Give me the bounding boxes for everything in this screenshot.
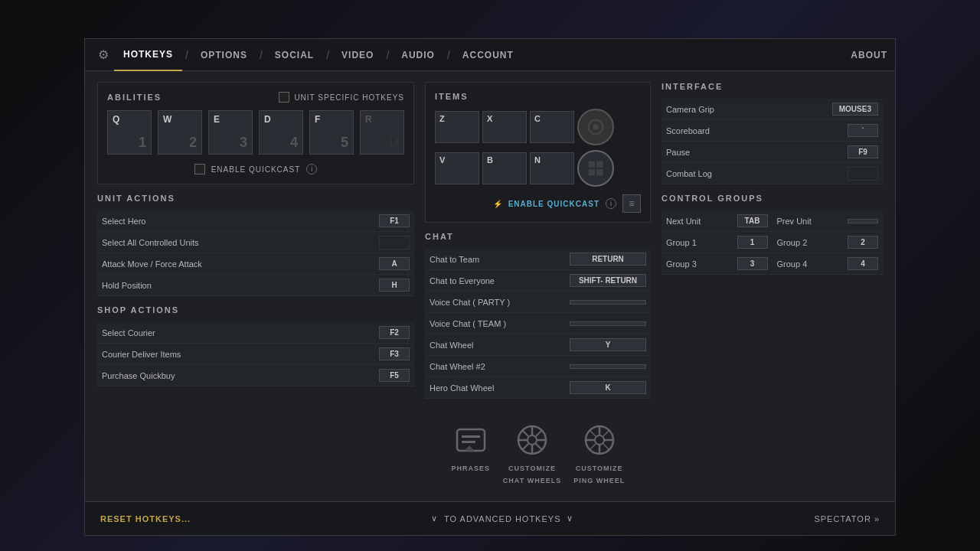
phrases-icon	[451, 420, 491, 460]
item-slot-c[interactable]: C	[530, 111, 574, 143]
cg-key-2[interactable]: 2	[848, 236, 878, 249]
key-backtick[interactable]: `	[848, 124, 878, 137]
spectator-button[interactable]: SPECTATOR »	[814, 514, 880, 523]
action-select-courier[interactable]: Select Courier F2	[97, 322, 414, 344]
interface-label-pause: Pause	[666, 148, 690, 157]
gear-icon[interactable]: ⚙	[93, 44, 114, 66]
key-y[interactable]: Y	[570, 338, 646, 351]
item-slot-x[interactable]: X	[482, 111, 527, 143]
nav-hotkeys[interactable]: HOTKEYS	[114, 39, 182, 71]
action-label-select-hero: Select Hero	[102, 217, 145, 226]
cg-key-1[interactable]: 1	[737, 236, 768, 249]
nav-account[interactable]: ACCOUNT	[453, 39, 523, 71]
key-f1[interactable]: F1	[379, 214, 410, 227]
quickcast-info-icon[interactable]: i	[306, 164, 317, 174]
key-h[interactable]: H	[379, 279, 410, 292]
nav-about[interactable]: ABOUT	[851, 50, 887, 60]
key-voice-party[interactable]	[570, 300, 646, 305]
action-hold-position[interactable]: Hold Position H	[97, 275, 414, 296]
right-column: INTERFACE Camera Grip MOUSE3 Scoreboard …	[662, 82, 883, 491]
chat-row-voice-party[interactable]: Voice Chat ( PARTY )	[425, 292, 651, 313]
item-slot-b[interactable]: B	[482, 152, 527, 184]
chat-row-everyone[interactable]: Chat to Everyone SHIFT- RETURN	[425, 270, 651, 292]
nav-sep-2: /	[256, 49, 266, 61]
action-select-all[interactable]: Select All Controlled Units	[97, 232, 414, 253]
items-settings-btn[interactable]: ≡	[622, 194, 641, 213]
svg-point-21	[595, 435, 604, 445]
cg-label-next: Next Unit	[666, 217, 734, 226]
nav-sep-4: /	[383, 49, 392, 61]
bottom-bar: RESET HOTKEYS... ∨ TO ADVANCED HOTKEYS ∨…	[85, 501, 895, 535]
key-f2[interactable]: F2	[379, 326, 410, 339]
chat-row-wheel[interactable]: Chat Wheel Y	[425, 334, 651, 356]
unit-specific-label: UNIT SPECIFIC HOTKEYS	[294, 93, 404, 102]
svg-rect-8	[462, 441, 475, 443]
cg-key-prev[interactable]	[848, 219, 878, 223]
nav-social[interactable]: SOCIAL	[266, 39, 323, 71]
key-combat-log[interactable]	[848, 167, 878, 181]
item-slot-v[interactable]: V	[435, 152, 479, 184]
interface-scoreboard[interactable]: Scoreboard `	[662, 120, 883, 142]
key-shift-return[interactable]: SHIFT- RETURN	[570, 274, 646, 287]
item-circle-1[interactable]	[577, 109, 614, 145]
key-wheel2[interactable]	[570, 364, 646, 369]
action-attack-move[interactable]: Attack Move / Force Attack A	[97, 253, 414, 275]
unit-actions-title: UNIT ACTIONS	[97, 194, 414, 203]
interface-camera-grip[interactable]: Camera Grip MOUSE3	[662, 99, 883, 120]
advanced-arrow-right: ∨	[567, 514, 573, 523]
svg-line-28	[603, 430, 609, 436]
item-circle-2[interactable]	[577, 150, 614, 187]
cg-key-3[interactable]: 3	[737, 257, 768, 270]
items-title: ITEMS	[435, 92, 641, 101]
key-num-u: U	[389, 135, 399, 151]
ability-key-e[interactable]: E 3	[208, 110, 253, 155]
cg-key-tab[interactable]: TAB	[737, 214, 768, 227]
action-select-hero[interactable]: Select Hero F1	[97, 210, 414, 232]
ability-key-f[interactable]: F 5	[309, 110, 354, 155]
slot-key-x: X	[487, 114, 492, 123]
key-return[interactable]: RETURN	[570, 253, 646, 266]
action-quickbuy[interactable]: Purchase Quickbuy F5	[97, 365, 414, 386]
quickcast-checkbox[interactable]	[194, 164, 205, 174]
nav-audio[interactable]: AUDIO	[392, 39, 444, 71]
chat-row-team[interactable]: Chat to Team RETURN	[425, 249, 651, 270]
key-voice-team[interactable]	[570, 321, 646, 326]
nav-video[interactable]: VIDEO	[332, 39, 383, 71]
key-f5[interactable]: F5	[379, 369, 410, 382]
svg-rect-4	[589, 169, 595, 175]
key-a[interactable]: A	[379, 257, 410, 270]
chat-row-voice-team[interactable]: Voice Chat ( TEAM )	[425, 313, 651, 334]
slot-key-v: V	[439, 155, 445, 165]
ability-key-q[interactable]: Q 1	[107, 110, 152, 155]
interface-pause[interactable]: Pause F9	[662, 142, 883, 163]
customize-chat-wheels-button[interactable]: CUSTOMIZE CHAT WHEELS	[503, 420, 561, 484]
chat-label-everyone: Chat to Everyone	[430, 276, 495, 285]
action-label-select-all: Select All Controlled Units	[102, 238, 199, 247]
chat-row-wheel2[interactable]: Chat Wheel #2	[425, 356, 651, 377]
cg-label-prev: Prev Unit	[777, 217, 845, 226]
ability-key-w[interactable]: W 2	[158, 110, 202, 155]
item-slot-z[interactable]: Z	[435, 111, 479, 143]
items-quickcast-info[interactable]: i	[606, 198, 616, 209]
cg-row-next-prev: Next Unit TAB Prev Unit	[662, 210, 883, 232]
nav-options[interactable]: OPTIONS	[191, 39, 256, 71]
key-f9[interactable]: F9	[848, 145, 878, 158]
advanced-hotkeys-button[interactable]: ∨ TO ADVANCED HOTKEYS ∨	[431, 514, 573, 523]
ability-key-r[interactable]: R U	[360, 110, 404, 155]
key-f3[interactable]: F3	[379, 347, 410, 360]
customize-ping-wheel-button[interactable]: CUSTOMIZE PING WHEEL	[573, 420, 625, 484]
unit-specific-checkbox[interactable]	[279, 92, 289, 103]
key-letter-e: E	[214, 114, 220, 125]
chat-row-hero-wheel[interactable]: Hero Chat Wheel K	[425, 377, 651, 399]
key-select-all[interactable]	[379, 236, 410, 249]
key-mouse3[interactable]: MOUSE3	[832, 103, 878, 116]
phrases-button[interactable]: PHRASES	[451, 420, 491, 484]
cg-key-4[interactable]: 4	[848, 257, 878, 270]
item-slot-n[interactable]: N	[530, 152, 574, 184]
action-courier-deliver[interactable]: Courier Deliver Items F3	[97, 344, 414, 365]
interface-combat-log[interactable]: Combat Log	[662, 163, 883, 184]
advanced-label: TO ADVANCED HOTKEYS	[444, 514, 560, 523]
ability-key-d[interactable]: D 4	[259, 110, 303, 155]
reset-hotkeys-button[interactable]: RESET HOTKEYS...	[100, 514, 191, 523]
key-k[interactable]: K	[570, 381, 646, 394]
